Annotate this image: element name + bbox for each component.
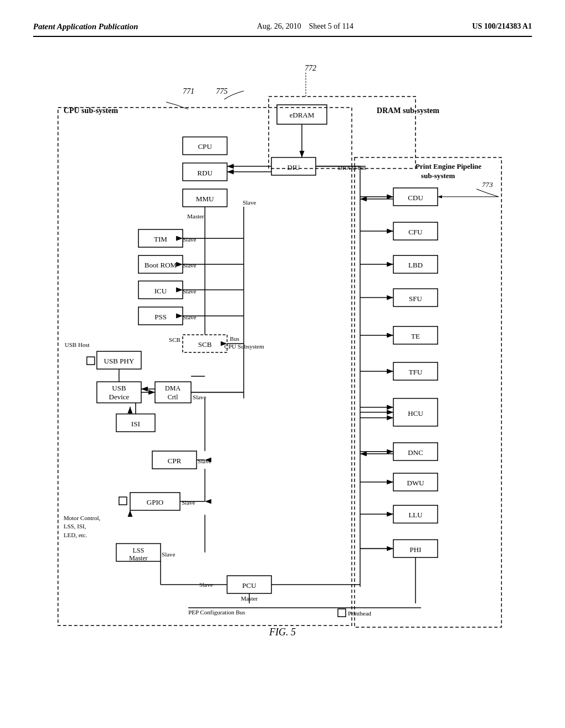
header-date-sheet: Aug. 26, 2010 Sheet 5 of 114 xyxy=(257,22,354,31)
page-header: Patent Application Publication Aug. 26, … xyxy=(33,22,532,37)
isi-label: ISI xyxy=(131,420,140,428)
ref-773: 773 xyxy=(482,180,493,189)
bus-cpu-label-1: Bus xyxy=(230,335,239,342)
gpio-label: GPIO xyxy=(147,498,163,506)
dram-subsystem-label: DRAM sub-system xyxy=(377,106,440,115)
diu-label: DIU xyxy=(287,163,300,172)
ref773-line xyxy=(438,189,498,197)
figure-label: FIG. 5 xyxy=(33,627,532,638)
te-label: TE xyxy=(411,332,420,340)
usb-host-icon xyxy=(87,357,94,365)
printhead-icon xyxy=(338,609,345,617)
motor-label-2: LSS, ISI, xyxy=(63,523,86,529)
bus-cpu-label-2: CPU Subsystem xyxy=(225,343,264,350)
tfu-label: TFU xyxy=(409,368,423,376)
motor-label-3: LED, etc. xyxy=(63,532,87,538)
slave-label-mmu: Slave xyxy=(243,199,257,206)
slave-dma: Slave xyxy=(193,394,206,400)
usbdevice-label-2: Device xyxy=(109,393,129,401)
ref-771: 771 xyxy=(183,87,194,95)
phi-label: PHI xyxy=(410,545,422,554)
usbdevice-label-1: USB xyxy=(112,384,126,392)
pep-config-bus: PEP Configuration Bus xyxy=(188,609,245,615)
pep-subsystem-box xyxy=(355,157,502,627)
rdu-label: RDU xyxy=(198,169,213,177)
lss-label-1: LSS xyxy=(132,547,144,554)
cfu-label: CFU xyxy=(408,228,423,236)
slave-cpr: Slave xyxy=(198,458,211,464)
pep-label-1: Print Engine Pipeline xyxy=(415,162,482,170)
hcu-label: HCU xyxy=(408,409,423,417)
header-title: Patent Application Publication xyxy=(33,22,138,31)
icu-label: ICU xyxy=(154,287,167,295)
pep-label-2: sub-system xyxy=(421,172,455,180)
usbphy-label: USB PHY xyxy=(104,357,134,365)
dnc-label: DNC xyxy=(408,448,423,457)
page: Patent Application Publication Aug. 26, … xyxy=(0,0,565,728)
scb-label: SCB xyxy=(198,340,212,349)
ref771-line xyxy=(166,102,188,109)
header-patent-num: US 100/214383 A1 xyxy=(472,22,532,31)
usb-host-label: USB Host xyxy=(65,341,89,348)
ref-775: 775 xyxy=(216,87,227,95)
cpr-label: CPR xyxy=(168,457,182,465)
motor-label-1: Motor Control, xyxy=(63,515,100,521)
patent-diagram-svg: 772 771 775 773 CPU sub-system DRAM sub-… xyxy=(33,42,532,649)
sfu-label: SFU xyxy=(409,295,423,303)
header-sheet: Sheet 5 of 114 xyxy=(309,22,354,30)
llu-label: LLU xyxy=(408,511,423,519)
tim-label: TIM xyxy=(154,235,167,243)
dma-label-2: Crtl xyxy=(168,393,178,401)
pcu-label: PCU xyxy=(242,581,257,590)
header-date: Aug. 26, 2010 xyxy=(257,22,301,30)
lss-label-2: Master xyxy=(129,554,147,562)
slave-icu: Slave xyxy=(183,288,196,295)
ref-772: 772 xyxy=(305,63,316,72)
dwu-label: DWU xyxy=(407,479,424,487)
pss-label: PSS xyxy=(154,313,167,321)
slave-bootrom: Slave xyxy=(183,262,196,269)
master-label-mmu: Master xyxy=(187,213,204,220)
slave-pss: Slave xyxy=(183,314,196,320)
cdu-label: CDU xyxy=(408,194,423,202)
mmu-label: MMU xyxy=(196,195,214,203)
dma-label-1: DMA xyxy=(165,384,180,392)
slave-lss: Slave xyxy=(162,551,175,558)
slave-scb: SCB xyxy=(169,336,180,343)
diagram-area: 772 771 775 773 CPU sub-system DRAM sub-… xyxy=(33,42,532,649)
cpu-label: CPU xyxy=(198,142,212,151)
bootrom-label: Boot ROM xyxy=(145,261,177,269)
edram-label: eDRAM xyxy=(290,111,315,119)
lbd-label: LBD xyxy=(408,261,423,269)
gpio-icon xyxy=(119,497,127,505)
slave-tim: Slave xyxy=(183,236,196,243)
slave-gpio: Slave xyxy=(182,499,195,506)
